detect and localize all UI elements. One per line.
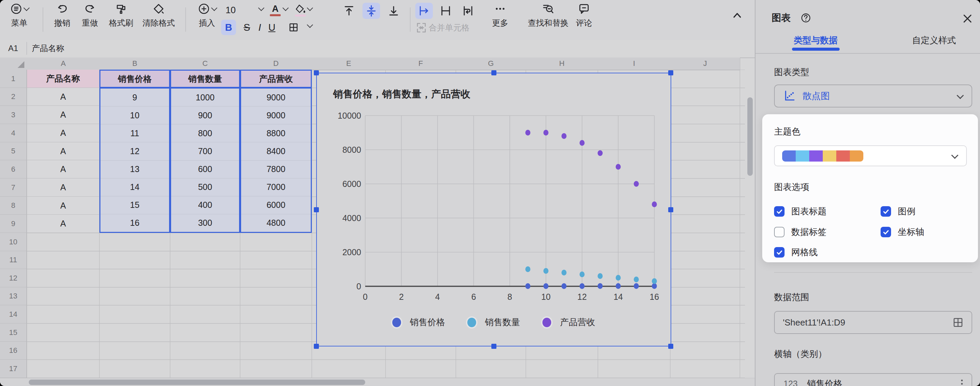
cell[interactable]: 11 bbox=[100, 124, 169, 142]
cell-A6[interactable]: A bbox=[27, 160, 99, 178]
align-bottom-button[interactable] bbox=[385, 3, 402, 18]
cell[interactable]: 500 bbox=[171, 178, 239, 196]
row-header-3[interactable]: 3 bbox=[0, 106, 27, 124]
font-size-value[interactable]: 10 bbox=[221, 3, 241, 17]
undo-button[interactable]: 撤销 bbox=[49, 0, 75, 38]
x-axis-field[interactable]: 123 销售价格 bbox=[774, 373, 972, 386]
cell[interactable]: 7000 bbox=[241, 178, 311, 196]
resize-handle-bottom-center[interactable] bbox=[492, 344, 496, 349]
chart-object[interactable]: 销售价格，销售数量，产品营收 0200040006000800010000024… bbox=[316, 73, 671, 346]
resize-handle-top-center[interactable] bbox=[492, 70, 496, 75]
row-header-10[interactable]: 10 bbox=[0, 233, 27, 251]
row-header-6[interactable]: 6 bbox=[0, 160, 27, 178]
data-range-input[interactable]: 'Sheet11'!A1:D9 bbox=[774, 311, 972, 334]
horizontal-scrollbar[interactable] bbox=[29, 380, 365, 385]
font-color-dropdown[interactable] bbox=[283, 8, 288, 10]
cell[interactable]: 6000 bbox=[241, 196, 311, 214]
row-header-4[interactable]: 4 bbox=[0, 124, 27, 142]
cell-D1[interactable]: 产品营收 bbox=[240, 70, 312, 88]
cell[interactable]: 12 bbox=[100, 142, 169, 160]
font-size-dropdown[interactable] bbox=[259, 8, 263, 10]
cell[interactable]: 9000 bbox=[241, 89, 311, 106]
kebab-menu-icon[interactable] bbox=[961, 380, 963, 386]
cell-A1[interactable]: 产品名称 bbox=[27, 70, 99, 88]
bold-button[interactable]: B bbox=[221, 20, 236, 35]
cell-A4[interactable]: A bbox=[27, 124, 99, 142]
resize-handle-bottom-left[interactable] bbox=[314, 344, 319, 349]
column-header-E[interactable]: E bbox=[312, 57, 386, 70]
formula-input[interactable]: 产品名称 bbox=[32, 40, 64, 57]
cell-A2[interactable]: A bbox=[27, 88, 99, 106]
tab-custom-style[interactable]: 自定义样式 bbox=[897, 35, 971, 46]
resize-handle-top-left[interactable] bbox=[314, 70, 319, 75]
resize-handle-top-right[interactable] bbox=[668, 70, 673, 75]
cell[interactable]: 9 bbox=[100, 89, 169, 106]
close-panel-icon[interactable] bbox=[961, 12, 974, 25]
select-range-grid-icon[interactable] bbox=[952, 316, 964, 329]
row-header-17[interactable]: 17 bbox=[0, 360, 27, 378]
strikethrough-button[interactable]: S bbox=[240, 20, 254, 35]
cell[interactable]: 7800 bbox=[241, 160, 311, 178]
column-header-D[interactable]: D bbox=[240, 57, 312, 70]
select-all-corner[interactable] bbox=[0, 57, 28, 70]
resize-handle-mid-left[interactable] bbox=[314, 207, 319, 212]
column-header-J[interactable]: J bbox=[670, 57, 740, 70]
cell[interactable]: 400 bbox=[171, 196, 239, 214]
cell[interactable]: 900 bbox=[171, 106, 239, 124]
checked-checkbox[interactable] bbox=[881, 227, 891, 237]
column-header-F[interactable]: F bbox=[385, 57, 456, 70]
row-header-1[interactable]: 1 bbox=[0, 70, 27, 88]
cell[interactable]: 8800 bbox=[241, 124, 311, 142]
selected-range-D2-D9[interactable]: 90009000880084007800700060004800 bbox=[240, 87, 312, 233]
theme-color-select[interactable] bbox=[774, 145, 967, 166]
cell-A8[interactable]: A bbox=[27, 197, 99, 214]
option-图表标题[interactable]: 图表标题 bbox=[774, 205, 826, 217]
cell[interactable]: 300 bbox=[171, 214, 239, 232]
cell-A7[interactable]: A bbox=[27, 178, 99, 197]
row-header-9[interactable]: 9 bbox=[0, 214, 27, 233]
menu-button[interactable]: 菜单 bbox=[5, 0, 34, 38]
cell[interactable]: 13 bbox=[100, 160, 169, 178]
cell[interactable]: 15 bbox=[100, 196, 169, 214]
unchecked-checkbox[interactable] bbox=[774, 227, 784, 237]
option-数据标签[interactable]: 数据标签 bbox=[774, 226, 826, 238]
resize-handle-bottom-right[interactable] bbox=[668, 344, 673, 349]
text-overflow-button[interactable] bbox=[415, 3, 433, 19]
cell-B1[interactable]: 销售价格 bbox=[99, 70, 170, 88]
cell[interactable]: 16 bbox=[100, 214, 169, 232]
cell[interactable]: 800 bbox=[171, 124, 239, 142]
text-clip-button[interactable] bbox=[438, 3, 454, 18]
insert-button[interactable]: 插入 bbox=[191, 0, 223, 38]
row-header-15[interactable]: 15 bbox=[0, 324, 27, 342]
underline-button[interactable]: U bbox=[265, 20, 278, 35]
column-header-B[interactable]: B bbox=[99, 57, 170, 70]
tab-type-and-data[interactable]: 类型与数据 bbox=[778, 35, 853, 46]
option-坐标轴[interactable]: 坐标轴 bbox=[881, 226, 924, 238]
column-header-A[interactable]: A bbox=[27, 57, 100, 70]
row-header-8[interactable]: 8 bbox=[0, 197, 27, 214]
comment-button[interactable]: 评论 bbox=[570, 0, 598, 38]
cell[interactable]: 1000 bbox=[171, 89, 239, 106]
row-header-14[interactable]: 14 bbox=[0, 305, 27, 324]
help-icon[interactable] bbox=[800, 12, 811, 24]
option-图例[interactable]: 图例 bbox=[881, 205, 915, 217]
vertical-scrollbar[interactable] bbox=[747, 97, 753, 176]
row-header-2[interactable]: 2 bbox=[0, 88, 27, 106]
font-color-button[interactable]: A bbox=[269, 3, 282, 17]
row-header-5[interactable]: 5 bbox=[0, 142, 27, 160]
borders-button[interactable] bbox=[286, 20, 301, 35]
option-网格线[interactable]: 网格线 bbox=[774, 246, 818, 258]
selected-range-B2-B9[interactable]: 910111213141516 bbox=[99, 87, 170, 233]
column-header-G[interactable]: G bbox=[456, 57, 526, 70]
resize-handle-mid-right[interactable] bbox=[668, 207, 673, 212]
align-top-button[interactable] bbox=[341, 3, 357, 18]
cell-A3[interactable]: A bbox=[27, 106, 99, 124]
chart-type-select[interactable]: 散点图 bbox=[774, 84, 972, 108]
borders-dropdown[interactable] bbox=[308, 24, 312, 27]
checked-checkbox[interactable] bbox=[881, 206, 891, 217]
cell[interactable]: 10 bbox=[100, 106, 169, 124]
merge-cells-icon[interactable] bbox=[413, 20, 430, 35]
cell-C1[interactable]: 销售数量 bbox=[170, 70, 240, 88]
fill-color-button[interactable] bbox=[293, 2, 308, 18]
column-header-C[interactable]: C bbox=[170, 57, 240, 70]
